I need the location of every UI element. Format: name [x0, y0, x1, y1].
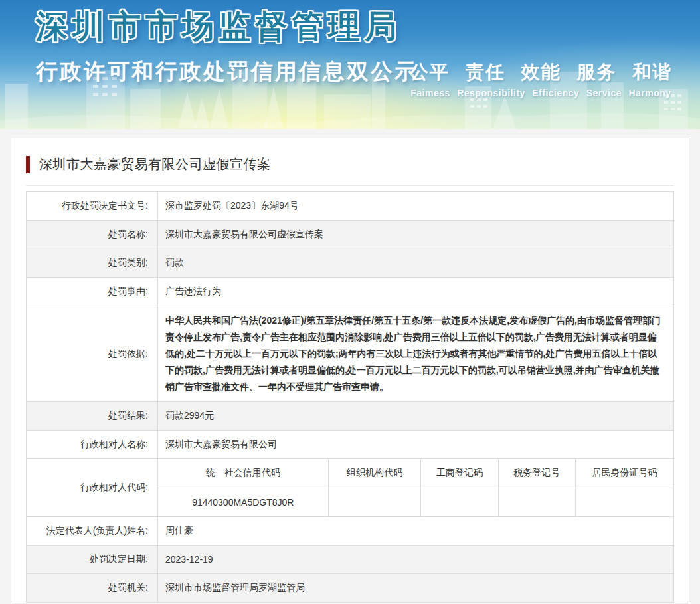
table-row: 处罚事由: 广告违法行为 — [27, 278, 674, 306]
row-label: 处罚类别: — [27, 249, 158, 278]
table-row: 处罚类别: 罚款 — [27, 249, 674, 278]
title-separator — [26, 185, 674, 186]
row-value: 广告违法行为 — [158, 278, 674, 306]
table-row: 处罚名称: 深圳市大嘉豪贸易有限公司虚假宣传案 — [27, 221, 674, 249]
row-value: 深圳市市场监督管理局罗湖监管局 — [158, 574, 674, 603]
row-label: 法定代表人(负责人)姓名: — [27, 517, 158, 546]
entity-codes-header-row: 统一社会信用代码 组织机构代码 工商登记码 税务登记号 居民身份证号码 — [158, 459, 673, 488]
table-row: 处罚结果: 罚款2994元 — [27, 402, 674, 431]
case-title-row: 深圳市大嘉豪贸易有限公司虚假宣传案 — [26, 155, 674, 173]
table-row: 行政处罚决定书文号: 深市监罗处罚〔2023〕东湖94号 — [27, 192, 674, 221]
page-title: 深圳市大嘉豪贸易有限公司虚假宣传案 — [39, 155, 271, 173]
code-column-header: 税务登记号 — [498, 459, 575, 488]
row-label: 处罚事由: — [27, 278, 158, 306]
code-column-header: 组织机构代码 — [328, 459, 421, 488]
row-value: 罚款 — [158, 249, 674, 278]
row-label: 处罚名称: — [27, 221, 158, 249]
code-value-id-number — [576, 488, 673, 516]
slogan-english: Faimess Responsibility Efficiency Servic… — [410, 88, 672, 98]
site-banner: 深圳市市场监督管理局 行政许可和行政处罚信用信息双公示 公平 责任 效能 服务 … — [0, 0, 700, 129]
row-label: 行政处罚决定书文号: — [27, 192, 158, 221]
table-row: 法定代表人(负责人)姓名: 周佳豪 — [27, 517, 674, 546]
table-row: 处罚依据: 中华人民共和国广告法(2021修正)/第五章法律责任/第五十五条/第… — [27, 306, 674, 402]
org-name: 深圳市市场监督管理局 — [36, 5, 401, 48]
code-value-org — [328, 488, 421, 516]
slogan-block: 公平 责任 效能 服务 和谐 Faimess Responsibility Ef… — [410, 60, 672, 98]
code-value-unified-social-credit: 91440300MA5DGT8J0R — [158, 488, 328, 516]
entity-codes-cell: 统一社会信用代码 组织机构代码 工商登记码 税务登记号 居民身份证号码 9144… — [158, 459, 674, 517]
row-value: 深圳市大嘉豪贸易有限公司 — [158, 431, 674, 459]
row-value: 周佳豪 — [158, 517, 674, 546]
entity-codes-value-row: 91440300MA5DGT8J0R — [158, 488, 673, 516]
row-label: 处罚依据: — [27, 306, 158, 402]
code-value-business-reg — [421, 488, 498, 516]
slogan-chinese: 公平 责任 效能 服务 和谐 — [410, 60, 672, 85]
penalty-info-table: 行政处罚决定书文号: 深市监罗处罚〔2023〕东湖94号 处罚名称: 深圳市大嘉… — [26, 191, 674, 603]
row-value: 2023-12-19 — [158, 546, 674, 574]
row-value: 罚款2994元 — [158, 402, 674, 431]
row-value-penalty-basis: 中华人民共和国广告法(2021修正)/第五章法律责任/第五十五条/第一款违反本法… — [158, 306, 674, 402]
row-label: 处罚决定日期: — [27, 546, 158, 574]
code-column-header: 工商登记码 — [421, 459, 498, 488]
row-value: 深市监罗处罚〔2023〕东湖94号 — [158, 192, 674, 221]
banner-subtitle: 行政许可和行政处罚信用信息双公示 — [36, 57, 418, 87]
row-label: 处罚机关: — [27, 574, 158, 603]
code-column-header: 居民身份证号码 — [576, 459, 673, 488]
code-value-tax-reg — [498, 488, 575, 516]
row-label: 行政相对人名称: — [27, 431, 158, 459]
content-panel: 深圳市大嘉豪贸易有限公司虚假宣传案 行政处罚决定书文号: 深市监罗处罚〔2023… — [11, 138, 689, 603]
title-accent-bar — [26, 156, 30, 173]
table-row-entity-codes: 行政相对人代码: 统一社会信用代码 组织机构代码 工商登记码 税务登记号 居民身… — [27, 459, 674, 517]
table-row: 处罚决定日期: 2023-12-19 — [27, 546, 674, 574]
row-label: 处罚结果: — [27, 402, 158, 431]
entity-codes-subtable: 统一社会信用代码 组织机构代码 工商登记码 税务登记号 居民身份证号码 9144… — [158, 459, 673, 516]
table-row: 行政相对人名称: 深圳市大嘉豪贸易有限公司 — [27, 431, 674, 459]
row-label: 行政相对人代码: — [27, 459, 158, 517]
row-value: 深圳市大嘉豪贸易有限公司虚假宣传案 — [158, 221, 674, 249]
table-row: 处罚机关: 深圳市市场监督管理局罗湖监管局 — [27, 574, 674, 603]
code-column-header: 统一社会信用代码 — [158, 459, 328, 488]
